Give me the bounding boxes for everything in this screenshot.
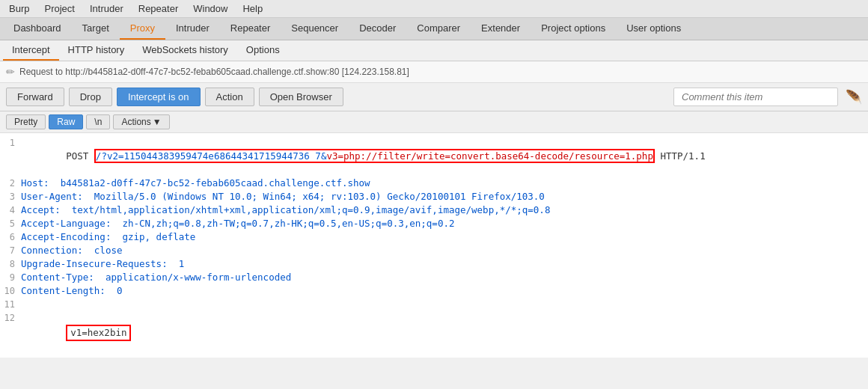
line-number-6: 6 xyxy=(0,230,21,244)
menu-repeater[interactable]: Repeater xyxy=(132,1,184,16)
line-content-8: Upgrade-Insecure-Requests: 1 xyxy=(21,257,868,271)
chevron-down-icon: ▼ xyxy=(153,117,162,127)
code-line-7: 7 Connection: close xyxy=(0,244,868,257)
code-line-5: 5 Accept-Language: zh-CN,zh;q=0.8,zh-TW;… xyxy=(0,217,868,230)
line-content-2: Host: b44581a2-d0ff-47c7-bc52-febab605ca… xyxy=(21,177,868,190)
code-line-2: 2 Host: b44581a2-d0ff-47c7-bc52-febab605… xyxy=(0,177,868,190)
code-line-4: 4 Accept: text/html,application/xhtml+xm… xyxy=(0,203,868,217)
menu-bar: Burp Project Intruder Repeater Window He… xyxy=(0,0,868,18)
pencil-icon: ✏ xyxy=(6,66,15,78)
editor-toolbar: Pretty Raw \n Actions ▼ xyxy=(0,111,868,133)
comment-input[interactable] xyxy=(673,88,838,106)
line-number-10: 10 xyxy=(0,284,21,298)
main-tab-bar: Dashboard Target Proxy Intruder Repeater… xyxy=(0,18,868,40)
tab-intercept[interactable]: Intercept xyxy=(3,40,59,61)
code-line-9: 9 Content-Type: application/x-www-form-u… xyxy=(0,271,868,284)
feather-icon: 🪶 xyxy=(846,89,862,105)
line-content-1: POST /?v2=115044383959474e68644341715944… xyxy=(21,136,868,177)
line-content-10: Content-Length: 0 xyxy=(21,284,868,298)
line-number-1: 1 xyxy=(0,136,21,177)
line-number-5: 5 xyxy=(0,217,21,230)
tab-repeater[interactable]: Repeater xyxy=(220,18,281,40)
code-line-3: 3 User-Agent: Mozilla/5.0 (Windows NT 10… xyxy=(0,190,868,203)
actions-dropdown[interactable]: Actions ▼ xyxy=(113,114,169,129)
menu-project[interactable]: Project xyxy=(38,1,80,16)
line-content-3: User-Agent: Mozilla/5.0 (Windows NT 10.0… xyxy=(21,190,868,203)
tab-sequencer[interactable]: Sequencer xyxy=(281,18,349,40)
line-content-12: v1=hex2bin xyxy=(21,311,868,355)
tab-extender[interactable]: Extender xyxy=(471,18,531,40)
menu-intruder[interactable]: Intruder xyxy=(84,1,129,16)
menu-help[interactable]: Help xyxy=(236,1,269,16)
line-number-8: 8 xyxy=(0,257,21,271)
drop-button[interactable]: Drop xyxy=(69,88,112,106)
pretty-button[interactable]: Pretty xyxy=(6,114,46,129)
tab-target[interactable]: Target xyxy=(72,18,120,40)
line-content-9: Content-Type: application/x-www-form-url… xyxy=(21,271,868,284)
tab-comparer[interactable]: Comparer xyxy=(406,18,471,40)
line-number-3: 3 xyxy=(0,190,21,203)
forward-button[interactable]: Forward xyxy=(6,88,64,106)
line-content-6: Accept-Encoding: gzip, deflate xyxy=(21,230,868,244)
code-line-8: 8 Upgrade-Insecure-Requests: 1 xyxy=(0,257,868,271)
line-content-4: Accept: text/html,application/xhtml+xml,… xyxy=(21,203,868,217)
tab-options[interactable]: Options xyxy=(237,40,289,61)
line-number-12: 12 xyxy=(0,311,21,355)
sub-tab-bar: Intercept HTTP history WebSockets histor… xyxy=(0,40,868,61)
line-number-4: 4 xyxy=(0,203,21,217)
code-view: 1 POST /?v2=115044383959474e686443417159… xyxy=(0,133,868,358)
raw-button[interactable]: Raw xyxy=(49,114,83,129)
code-line-10: 10 Content-Length: 0 xyxy=(0,284,868,298)
tab-project-options[interactable]: Project options xyxy=(531,18,616,40)
code-line-12: 12 v1=hex2bin xyxy=(0,311,868,355)
code-line-11: 11 xyxy=(0,298,868,311)
line-number-2: 2 xyxy=(0,177,21,190)
line-content-11 xyxy=(21,298,868,311)
line-content-5: Accept-Language: zh-CN,zh;q=0.8,zh-TW;q=… xyxy=(21,217,868,230)
code-line-1: 1 POST /?v2=115044383959474e686443417159… xyxy=(0,136,868,177)
line-number-9: 9 xyxy=(0,271,21,284)
tab-http-history[interactable]: HTTP history xyxy=(59,40,134,61)
tab-user-options[interactable]: User options xyxy=(616,18,691,40)
tab-intruder[interactable]: Intruder xyxy=(165,18,220,40)
request-info-bar: ✏ Request to http://b44581a2-d0ff-47c7-b… xyxy=(0,61,868,83)
intercept-button[interactable]: Intercept is on xyxy=(117,88,201,106)
menu-burp[interactable]: Burp xyxy=(3,1,35,16)
action-button[interactable]: Action xyxy=(205,88,254,106)
line-number-7: 7 xyxy=(0,244,21,257)
line-content-7: Connection: close xyxy=(21,244,868,257)
actions-label: Actions xyxy=(121,117,150,127)
code-line-6: 6 Accept-Encoding: gzip, deflate xyxy=(0,230,868,244)
tab-dashboard[interactable]: Dashboard xyxy=(3,18,72,40)
tab-decoder[interactable]: Decoder xyxy=(349,18,406,40)
tab-websockets-history[interactable]: WebSockets history xyxy=(133,40,237,61)
code-editor[interactable]: 1 POST /?v2=115044383959474e686443417159… xyxy=(0,133,868,358)
tab-proxy[interactable]: Proxy xyxy=(120,18,165,40)
action-toolbar: Forward Drop Intercept is on Action Open… xyxy=(0,83,868,111)
request-info-text: Request to http://b44581a2-d0ff-47c7-bc5… xyxy=(19,67,409,77)
newline-button[interactable]: \n xyxy=(86,114,110,129)
open-browser-button[interactable]: Open Browser xyxy=(259,88,343,106)
menu-window[interactable]: Window xyxy=(187,1,233,16)
line-number-11: 11 xyxy=(0,298,21,311)
